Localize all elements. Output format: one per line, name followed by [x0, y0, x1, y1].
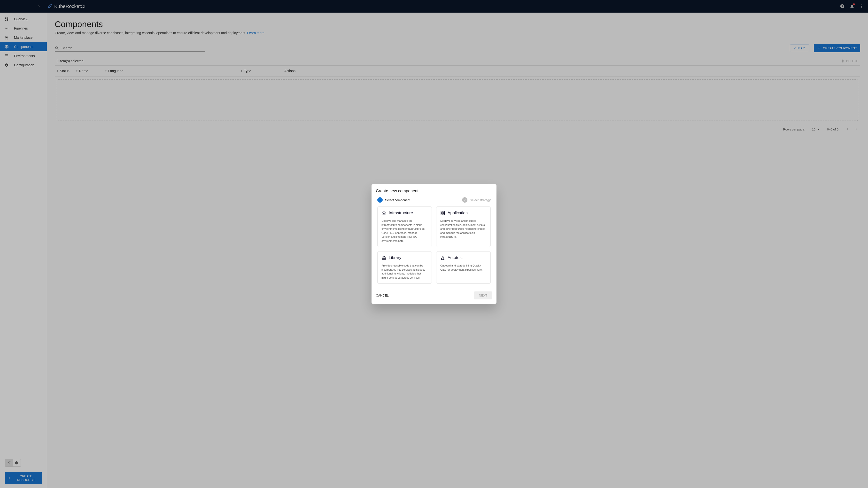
svg-rect-18 [441, 214, 442, 215]
svg-rect-16 [441, 211, 442, 213]
step-2-number: 2 [462, 197, 467, 203]
card-autotest[interactable]: Autotest Onboard and start defining Qual… [436, 251, 491, 284]
card-title-text: Application [447, 210, 468, 216]
cancel-button[interactable]: CANCEL [376, 294, 389, 297]
create-component-dialog: Create new component 1 Select component … [372, 184, 496, 304]
step-1-number: 1 [377, 197, 383, 203]
cloud-upload-icon [381, 210, 386, 216]
card-title-text: Autotest [447, 255, 463, 260]
card-desc: Deploys and manages the infrastructure c… [381, 219, 428, 243]
card-title-text: Infrastructure [389, 210, 413, 216]
svg-rect-22 [384, 258, 385, 260]
card-infrastructure[interactable]: Infrastructure Deploys and manages the i… [377, 206, 432, 247]
flask-icon [440, 255, 445, 260]
card-application[interactable]: Application Deploys services and include… [436, 206, 491, 247]
apps-icon [440, 210, 445, 216]
step-2: 2 Select strategy [462, 197, 491, 203]
svg-point-23 [443, 259, 444, 260]
card-desc: Onboard and start defining Quality Gate … [440, 264, 487, 271]
svg-rect-17 [443, 211, 445, 213]
svg-rect-21 [383, 258, 384, 260]
step-1-label: Select component [385, 198, 410, 202]
card-library[interactable]: Library Provides reusable code that can … [377, 251, 432, 284]
stepper: 1 Select component 2 Select strategy [372, 196, 496, 206]
svg-rect-20 [383, 258, 383, 260]
card-desc: Deploys services and includes configurat… [440, 219, 487, 239]
card-desc: Provides reusable code that can be incor… [381, 264, 428, 280]
library-icon [381, 255, 386, 260]
modal-overlay[interactable]: Create new component 1 Select component … [0, 0, 868, 488]
step-2-label: Select strategy [470, 198, 491, 202]
step-1: 1 Select component [377, 197, 410, 203]
card-title-text: Library [389, 255, 401, 260]
dialog-title: Create new component [372, 184, 496, 196]
svg-rect-19 [443, 214, 445, 215]
next-button[interactable]: NEXT [474, 291, 492, 299]
